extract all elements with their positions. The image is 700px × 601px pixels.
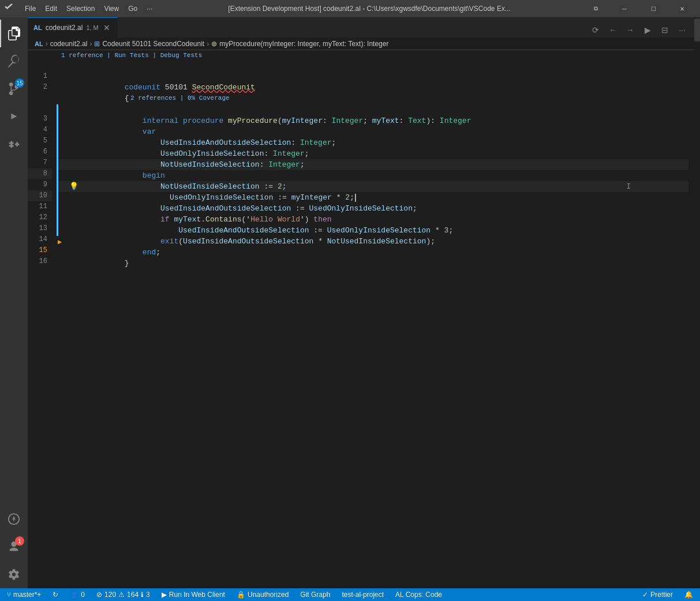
gutter-blue-bar-13 xyxy=(57,214,58,225)
gutter-10 xyxy=(57,181,68,192)
header-refs-link[interactable]: 1 reference | Run Tests | Debug Tests xyxy=(61,50,202,61)
status-sync[interactable]: ↻ xyxy=(50,588,61,601)
activity-extensions[interactable] xyxy=(0,130,28,158)
main-layout: 15 1 AL codeunit2.al 1, M xyxy=(0,17,700,588)
error-icon: ⊘ xyxy=(96,591,102,599)
code-text-3[interactable]: internal procedure myProcedure(myInteger… xyxy=(68,104,688,115)
code-line-5: UsedInsideAndOutsideSelection: Integer; xyxy=(57,126,688,137)
window-minimize[interactable]: ─ xyxy=(611,0,638,17)
line-num-15: 15 xyxy=(28,245,52,256)
code-line-13: UsedInsideAndOutsideSelection := UsedOnl… xyxy=(57,214,688,225)
code-line-14: exit(UsedInsideAndOutsideSelection * Not… xyxy=(57,225,688,236)
menu-file[interactable]: File xyxy=(21,3,40,14)
activity-source-control[interactable]: 15 xyxy=(0,75,28,103)
status-prettier[interactable]: ✓ Prettier xyxy=(640,588,675,601)
tab-status: 1, M xyxy=(86,24,98,31)
code-text-10[interactable]: UsedOnlyInsideSelection := myInteger * 2… xyxy=(80,181,688,192)
window-maximize[interactable]: ☐ xyxy=(640,0,667,17)
status-al-cops[interactable]: AL Cops: Code xyxy=(393,588,444,601)
gutter-15: ▶ xyxy=(57,236,68,247)
run-web-icon: ▶ xyxy=(162,591,167,599)
code-line-7: NotUsedInsideSelection: Integer; xyxy=(57,148,688,159)
activity-search[interactable] xyxy=(0,47,28,75)
code-line-11: UsedInsideAndOutsideSelection := UsedOnl… xyxy=(57,192,688,203)
menu-more[interactable]: ··· xyxy=(143,3,156,14)
code-text-2[interactable]: { xyxy=(68,82,688,93)
code-text-13[interactable]: UsedInsideAndOutsideSelection := UsedOnl… xyxy=(68,214,688,225)
code-text-9[interactable]: NotUsedInsideSelection := 2; xyxy=(68,170,688,181)
window-title: [Extension Development Host] codeunit2.a… xyxy=(163,5,575,13)
branch-name: master*+ xyxy=(13,591,41,599)
code-line-12: if myText.Contains('Hello World') then xyxy=(57,203,688,214)
lightbulb-icon[interactable]: 💡 xyxy=(68,181,80,192)
split-editor-btn[interactable]: ⊟ xyxy=(657,22,672,37)
editor-area: AL codeunit2.al 1, M ✕ ⟳ ← → ▶ ⊟ ··· AL … xyxy=(28,17,694,588)
code-line-4: var xyxy=(57,115,688,126)
nav-forward-btn[interactable]: → xyxy=(623,22,638,37)
breadcrumb-procedure[interactable]: ⊛ myProcedure(myInteger: Integer, myText… xyxy=(211,40,388,48)
window-close[interactable]: ✕ xyxy=(669,0,695,17)
activity-alpa[interactable] xyxy=(0,505,28,533)
activity-accounts[interactable]: 1 xyxy=(0,533,28,561)
code-text-11[interactable]: UsedInsideAndOutsideSelection := UsedOnl… xyxy=(68,192,688,203)
status-git-graph[interactable]: Git Graph xyxy=(298,588,332,601)
menu-view[interactable]: View xyxy=(100,3,123,14)
code-text-16[interactable]: } xyxy=(68,247,688,258)
nav-back-btn[interactable]: ← xyxy=(605,22,620,37)
menu-selection[interactable]: Selection xyxy=(62,3,99,14)
breadcrumb-lang: AL xyxy=(35,40,43,47)
run-btn[interactable]: ▶ xyxy=(640,22,655,37)
breadcrumb: AL › codeunit2.al › ⊞ Codeunit 50101 Sec… xyxy=(28,37,694,50)
code-text-14[interactable]: exit(UsedInsideAndOutsideSelection * Not… xyxy=(68,225,688,236)
info-icon: ℹ xyxy=(141,591,144,599)
accounts-badge: 1 xyxy=(15,536,24,546)
gutter-5 xyxy=(57,126,68,137)
gutter-7 xyxy=(57,148,68,159)
gutter-2 xyxy=(57,82,68,93)
right-scroll[interactable] xyxy=(694,17,700,588)
line-num-16: 16 xyxy=(28,256,52,267)
status-remote[interactable]: 👤 0 xyxy=(68,588,87,601)
gutter-4 xyxy=(57,115,68,126)
titlebar: File Edit Selection View Go ··· [Extensi… xyxy=(0,0,700,17)
code-text-8[interactable]: begin xyxy=(68,159,688,170)
more-actions-btn[interactable]: ··· xyxy=(675,22,690,37)
branch-icon: ⑂ xyxy=(7,591,11,599)
gutter-blue-bar-5 xyxy=(57,126,58,137)
activity-settings[interactable] xyxy=(0,561,28,588)
scroll-thumb xyxy=(694,18,700,42)
code-text-15[interactable]: end; xyxy=(68,236,688,247)
activity-explorer[interactable] xyxy=(0,20,28,47)
code-text-6[interactable]: UsedOnlyInsideSelection: Integer; xyxy=(68,137,688,148)
code-text-5[interactable]: UsedInsideAndOutsideSelection: Integer; xyxy=(68,126,688,137)
tab-lang-indicator: AL xyxy=(33,24,42,31)
gutter-13 xyxy=(57,214,68,225)
editor-tab-codeunit2[interactable]: AL codeunit2.al 1, M ✕ xyxy=(28,17,118,37)
lock-icon: 🔒 xyxy=(237,591,245,599)
status-errors[interactable]: ⊘ 120 ⚠ 164 ℹ 3 xyxy=(94,588,152,601)
code-text-4[interactable]: var xyxy=(68,115,688,126)
sync-icon: ↻ xyxy=(53,591,58,599)
window-layout-btn[interactable]: ⧉ xyxy=(582,0,609,17)
code-lines[interactable]: 1 reference | Run Tests | Debug Tests co… xyxy=(57,50,688,588)
status-project[interactable]: test-al-project xyxy=(339,588,386,601)
code-text-1[interactable]: codeunit 50101 SecondCodeunit xyxy=(68,71,688,82)
gutter-blue-bar-10 xyxy=(57,181,58,192)
line-num-6: 6 xyxy=(28,147,52,157)
code-line-3: internal procedure myProcedure(myInteger… xyxy=(57,104,688,115)
status-unauthorized[interactable]: 🔒 Unauthorized xyxy=(234,588,291,601)
status-branch[interactable]: ⑂ master*+ xyxy=(5,588,43,601)
breadcrumb-file[interactable]: codeunit2.al xyxy=(50,40,88,48)
menu-go[interactable]: Go xyxy=(124,3,141,14)
activity-run-debug[interactable] xyxy=(0,103,28,130)
breadcrumb-codeunit[interactable]: ⊞ Codeunit 50101 SecondCodeunit xyxy=(94,40,204,48)
menu-edit[interactable]: Edit xyxy=(41,3,61,14)
line-num-10: 10 xyxy=(28,190,52,201)
line-num-3: 3 xyxy=(28,114,52,125)
code-text-7[interactable]: NotUsedInsideSelection: Integer; xyxy=(68,148,688,159)
tab-close-btn[interactable]: ✕ xyxy=(102,23,111,32)
toggle-refs-btn[interactable]: ⟳ xyxy=(588,22,603,37)
code-text-12[interactable]: if myText.Contains('Hello World') then xyxy=(68,203,688,214)
status-notifications[interactable]: 🔔 xyxy=(682,588,695,601)
status-run-web[interactable]: ▶ Run In Web Client xyxy=(159,588,227,601)
